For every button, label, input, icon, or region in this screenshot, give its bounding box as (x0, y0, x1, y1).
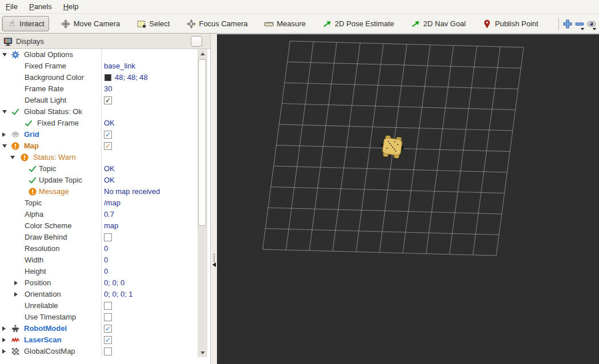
property-label: Status: Warn (33, 153, 76, 161)
property-value[interactable]: 0 (104, 244, 108, 253)
expander-open-icon[interactable] (2, 144, 7, 148)
remove-tool-button[interactable] (575, 17, 585, 31)
minus-icon (575, 19, 585, 29)
expander-closed-icon[interactable] (14, 292, 18, 297)
property-label: Grid (24, 130, 39, 139)
expander-closed-icon[interactable] (2, 338, 6, 342)
add-tool-button[interactable] (563, 17, 573, 31)
property-label: Message (39, 187, 69, 196)
property-label: Update Topic (39, 176, 82, 184)
expander-closed-icon[interactable] (2, 326, 6, 331)
property-value[interactable]: OK (104, 164, 115, 173)
property-checkbox[interactable] (104, 313, 112, 321)
menu-panels[interactable]: Panels (23, 1, 58, 12)
nav-arrow-icon (411, 19, 420, 29)
property-value[interactable]: OK (104, 119, 115, 127)
property-value[interactable]: No map received (104, 187, 160, 196)
expander-closed-icon[interactable] (2, 349, 6, 354)
select-button[interactable]: Select (132, 16, 174, 31)
tree-row[interactable]: Unreliable (0, 300, 198, 312)
tree-row[interactable]: GlobalCostMap (0, 346, 198, 357)
nav-goal-label: 2D Nav Goal (423, 19, 465, 28)
scroll-down-button[interactable] (198, 348, 207, 357)
displays-panel: Displays Global OptionsFixed Framebase_l… (0, 34, 211, 364)
property-value[interactable]: 0; 0; 0 (104, 278, 124, 287)
tree-row[interactable]: Topic/map (0, 197, 198, 209)
tree-row[interactable]: Global Status: Ok (0, 106, 198, 118)
expander-open-icon[interactable] (2, 53, 7, 56)
expander-open-icon[interactable] (10, 156, 15, 159)
move-camera-button[interactable]: Move Camera (57, 16, 125, 31)
property-checkbox[interactable] (104, 233, 112, 241)
robot-model (217, 34, 599, 364)
tree-row[interactable]: Frame Rate30 (0, 83, 198, 95)
property-checkbox[interactable]: ✓ (104, 96, 112, 104)
focus-camera-label: Focus Camera (199, 19, 247, 28)
tree-row[interactable]: Alpha0.7 (0, 209, 198, 220)
property-checkbox[interactable] (104, 347, 112, 355)
tree-row[interactable]: Fixed FrameOK (0, 118, 198, 129)
tree-row[interactable]: Default Light✓ (0, 95, 198, 106)
scroll-up-button[interactable] (198, 49, 207, 58)
property-checkbox[interactable]: ✓ (104, 325, 112, 333)
property-value[interactable]: /map (104, 199, 120, 207)
tree-row[interactable]: Fixed Framebase_link (0, 60, 198, 72)
expander-closed-icon[interactable] (2, 132, 6, 137)
property-label: Fixed Frame (25, 62, 66, 70)
property-value[interactable]: 0 (104, 256, 108, 264)
tree-row[interactable]: Color Schememap (0, 220, 198, 232)
displays-panel-header[interactable]: Displays (0, 34, 210, 49)
property-value[interactable]: 0 (104, 267, 108, 276)
panel-splitter[interactable] (211, 34, 217, 364)
panel-float-button[interactable] (191, 36, 202, 47)
render-viewport[interactable] (217, 34, 599, 364)
tree-row[interactable]: Width0 (0, 254, 198, 266)
property-value[interactable]: 0; 0; 0; 1 (104, 290, 133, 298)
tree-row[interactable]: Background Color48; 48; 48 (0, 72, 198, 83)
check-icon (29, 176, 37, 184)
publish-point-button[interactable]: Publish Point (478, 16, 543, 31)
menu-help[interactable]: Help (58, 1, 85, 12)
tree-row[interactable]: Height0 (0, 266, 198, 277)
tree-row[interactable]: LaserScan✓ (0, 334, 198, 346)
pose-estimate-button[interactable]: 2D Pose Estimate (317, 16, 399, 31)
tree-row[interactable]: TopicOK (0, 163, 198, 175)
tree-row[interactable]: Grid✓ (0, 129, 198, 140)
tree-row[interactable]: Resolution0 (0, 243, 198, 254)
tree-row[interactable]: Update TopicOK (0, 175, 198, 186)
tree-row[interactable]: Map✓ (0, 140, 198, 152)
color-swatch[interactable] (104, 74, 111, 81)
tool-visibility-button[interactable] (587, 17, 597, 31)
property-checkbox[interactable]: ✓ (104, 142, 112, 150)
property-value[interactable]: 30 (104, 84, 112, 93)
tree-row[interactable]: Position0; 0; 0 (0, 277, 198, 289)
tree-row[interactable]: Use Timestamp (0, 312, 198, 323)
property-value[interactable]: 0.7 (104, 210, 114, 219)
property-value[interactable]: 48; 48; 48 (115, 73, 148, 82)
tree-row[interactable]: Status: Warn (0, 152, 198, 163)
select-box-icon (136, 19, 146, 29)
expander-open-icon[interactable] (2, 110, 7, 114)
expander-closed-icon[interactable] (14, 281, 18, 285)
focus-camera-button[interactable]: Focus Camera (182, 16, 252, 31)
tree-row[interactable]: Orientation0; 0; 0; 1 (0, 289, 198, 300)
tree-row[interactable]: Global Options (0, 49, 198, 60)
tree-row[interactable]: MessageNo map received (0, 186, 198, 197)
menu-file[interactable]: File (0, 1, 23, 12)
interact-button[interactable]: ☝ Interact (2, 16, 49, 31)
property-value[interactable]: map (104, 221, 118, 230)
tree-scrollbar[interactable] (198, 49, 207, 357)
property-checkbox[interactable]: ✓ (104, 131, 112, 139)
property-label: LaserScan (24, 335, 62, 344)
measure-button[interactable]: Measure (260, 16, 311, 31)
property-checkbox[interactable]: ✓ (104, 336, 112, 344)
collapse-left-icon[interactable] (212, 262, 216, 267)
property-value[interactable]: base_link (104, 62, 135, 70)
tree-row[interactable]: Draw Behind (0, 232, 198, 243)
property-checkbox[interactable] (104, 302, 112, 310)
property-value[interactable]: OK (104, 176, 115, 184)
nav-goal-button[interactable]: 2D Nav Goal (406, 16, 470, 31)
scrollbar-thumb[interactable] (198, 59, 206, 226)
property-label: Height (25, 267, 46, 276)
tree-row[interactable]: RobotModel✓ (0, 323, 198, 334)
